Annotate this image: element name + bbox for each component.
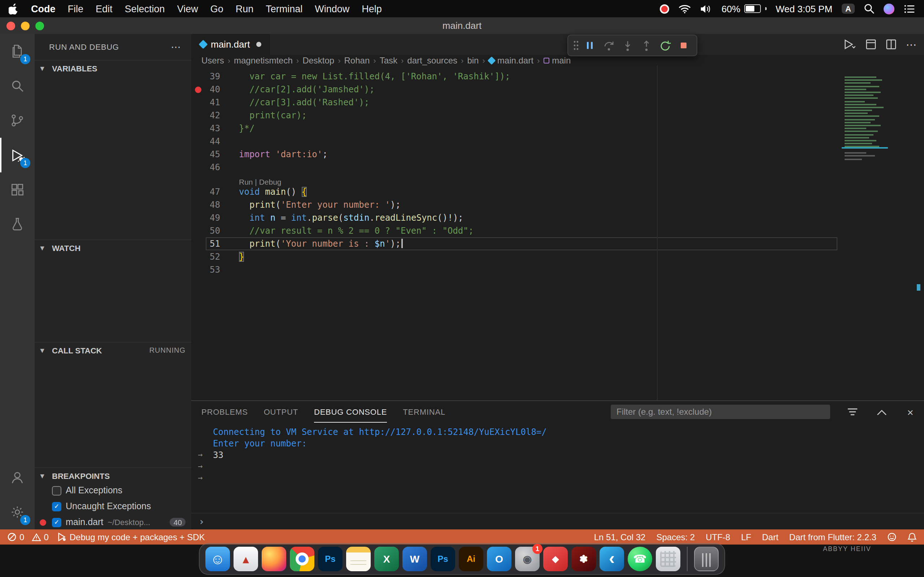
feedback-icon[interactable]: [887, 532, 897, 542]
call-stack-section-header[interactable]: ▾ CALL STACK RUNNING: [35, 342, 191, 358]
dock-excel-icon[interactable]: X: [374, 547, 399, 571]
notifications-bell-icon[interactable]: [908, 532, 917, 542]
breakpoint-checkbox[interactable]: [52, 486, 61, 495]
gutter-cell[interactable]: 41: [191, 96, 239, 109]
breadcrumb-item-magnetismtech[interactable]: magnetismtech: [234, 55, 293, 65]
gutter-cell[interactable]: 39: [191, 70, 239, 83]
menubar-clock[interactable]: Wed 3:05 PM: [775, 3, 832, 14]
panel-tab-output[interactable]: OUTPUT: [264, 401, 298, 423]
codelens-run-debug[interactable]: Run | Debug: [239, 174, 281, 185]
tab-main-dart[interactable]: main.dart: [191, 34, 270, 55]
problems-status[interactable]: 0 0: [7, 532, 49, 542]
panel-tab-debug-console[interactable]: DEBUG CONSOLE: [314, 401, 387, 423]
wifi-icon[interactable]: [679, 4, 691, 13]
gutter-cell[interactable]: 44: [191, 135, 239, 148]
dock-acrobat-icon[interactable]: ✽: [571, 547, 596, 571]
gutter-cell[interactable]: 43: [191, 122, 239, 135]
dock-trash-icon[interactable]: [694, 547, 719, 571]
gutter-cell[interactable]: 46: [191, 161, 239, 174]
minimap[interactable]: [840, 66, 924, 400]
indentation-status[interactable]: Spaces: 2: [656, 532, 695, 542]
testing-beaker-icon[interactable]: [0, 207, 35, 242]
siri-icon[interactable]: [884, 3, 894, 14]
split-editor-button[interactable]: [886, 39, 897, 50]
step-over-button[interactable]: [600, 37, 617, 54]
panel-tab-problems[interactable]: PROBLEMS: [201, 401, 248, 423]
menubar-item-view[interactable]: View: [177, 3, 198, 14]
menubar-item-selection[interactable]: Selection: [125, 3, 165, 14]
breadcrumb-item-desktop[interactable]: Desktop: [302, 55, 334, 65]
encoding-status[interactable]: UTF-8: [706, 532, 730, 542]
debug-console-output[interactable]: Connecting to VM Service at http://127.0…: [191, 423, 924, 484]
source-control-icon[interactable]: [0, 103, 35, 138]
explorer-icon[interactable]: 1: [0, 34, 35, 69]
recording-indicator-icon[interactable]: [660, 4, 670, 13]
menubar-item-go[interactable]: Go: [210, 3, 223, 14]
account-icon[interactable]: [0, 460, 35, 495]
gutter-cell[interactable]: 51: [191, 237, 239, 250]
gutter-cell[interactable]: 40: [191, 83, 239, 96]
breadcrumb-item-bin[interactable]: bin: [467, 55, 478, 65]
menubar-item-edit[interactable]: Edit: [96, 3, 113, 14]
dock-outlook-icon[interactable]: O: [487, 547, 512, 571]
run-file-button[interactable]: [844, 39, 856, 50]
filter-lines-icon[interactable]: [846, 405, 859, 418]
menubar-item-file[interactable]: File: [68, 3, 84, 14]
watch-section-header[interactable]: ▾ WATCH: [35, 239, 191, 255]
dock-photoshop-classic-icon[interactable]: Ps: [318, 547, 342, 571]
cursor-position-status[interactable]: Ln 51, Col 32: [594, 532, 646, 542]
breadcrumb-item-main-dart[interactable]: main.dart: [489, 55, 533, 65]
menubar-app-name[interactable]: Code: [31, 3, 56, 14]
extensions-icon[interactable]: [0, 172, 35, 207]
eol-status[interactable]: LF: [741, 532, 751, 542]
breakpoint-checkbox[interactable]: ✓: [52, 517, 61, 527]
breakpoint-dot[interactable]: [195, 86, 201, 93]
dock-finder-icon[interactable]: ☺: [205, 547, 230, 571]
dock-vscode-icon[interactable]: ‹: [599, 547, 624, 571]
gutter-cell[interactable]: 49: [191, 211, 239, 224]
open-changes-button[interactable]: [866, 39, 876, 50]
dock-red-app-icon[interactable]: ◆: [543, 547, 568, 571]
gutter-cell[interactable]: 53: [191, 263, 239, 276]
more-actions-icon[interactable]: ⋯: [171, 41, 181, 52]
breadcrumb-item-main[interactable]: main: [543, 55, 571, 65]
maximize-panel-icon[interactable]: [875, 405, 888, 418]
more-actions-icon[interactable]: ⋯: [906, 38, 917, 51]
breakpoints-section-header[interactable]: ▾ BREAKPOINTS: [35, 467, 191, 483]
search-icon[interactable]: [0, 69, 35, 103]
breadcrumb-item-dart_sources[interactable]: dart_sources: [407, 55, 457, 65]
menubar-item-help[interactable]: Help: [362, 3, 382, 14]
restart-button[interactable]: [656, 37, 674, 54]
sdk-status[interactable]: Dart from Flutter: 2.2.3: [789, 532, 876, 542]
modified-dot-icon[interactable]: [256, 42, 261, 47]
breakpoint-checkbox[interactable]: ✓: [52, 501, 61, 511]
dock-notes-icon[interactable]: [346, 547, 371, 571]
menubar-item-terminal[interactable]: Terminal: [266, 3, 302, 14]
toolbar-drag-grip[interactable]: [572, 40, 580, 51]
input-source-indicator[interactable]: A: [842, 3, 855, 14]
breadcrumb-item-rohan[interactable]: Rohan: [344, 55, 370, 65]
dock-firefox-icon[interactable]: [262, 547, 286, 571]
breakpoint-row[interactable]: All Exceptions: [35, 482, 191, 498]
pause-button[interactable]: [581, 37, 598, 54]
dock-chrome-icon[interactable]: [290, 547, 314, 571]
gutter-cell[interactable]: [191, 174, 239, 185]
spotlight-icon[interactable]: [864, 3, 874, 14]
run-and-debug-icon[interactable]: 1: [0, 138, 35, 172]
gutter-cell[interactable]: 52: [191, 250, 239, 263]
breakpoint-row[interactable]: ✓Uncaught Exceptions: [35, 498, 191, 514]
step-into-button[interactable]: [619, 37, 636, 54]
launch-config-status[interactable]: Debug my code + packages + SDK: [57, 532, 205, 542]
gutter-cell[interactable]: 42: [191, 109, 239, 122]
stop-button[interactable]: [675, 37, 692, 54]
breadcrumb-item-users[interactable]: Users: [201, 55, 224, 65]
dock-word-icon[interactable]: W: [402, 547, 427, 571]
apple-menu-icon[interactable]: [9, 3, 19, 15]
console-input-prompt[interactable]: ›: [199, 516, 205, 527]
dock-gray-app-icon[interactable]: ◉1: [515, 547, 540, 571]
gutter-cell[interactable]: 47: [191, 185, 239, 198]
gutter-cell[interactable]: 48: [191, 198, 239, 211]
close-panel-icon[interactable]: ×: [904, 405, 917, 418]
dock-whatsapp-icon[interactable]: ☎: [628, 547, 652, 571]
gutter-cell[interactable]: 50: [191, 224, 239, 237]
